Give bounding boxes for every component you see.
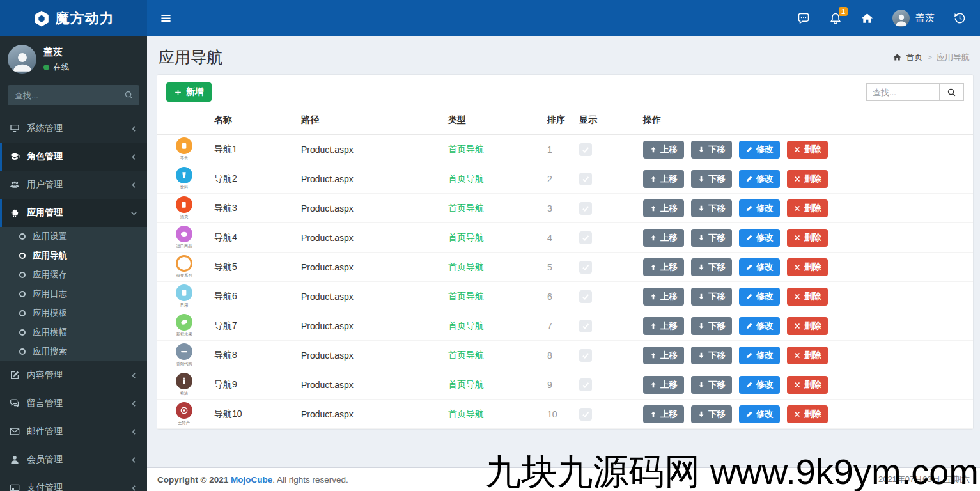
delete-button[interactable]: 删除	[787, 258, 828, 276]
delete-button[interactable]: 删除	[787, 199, 828, 217]
visible-checkbox[interactable]	[579, 320, 592, 332]
move-down-button[interactable]: 下移	[691, 288, 732, 306]
move-down-button[interactable]: 下移	[691, 141, 732, 159]
sidebar-item-mail[interactable]: 邮件管理	[0, 417, 147, 446]
move-down-button[interactable]: 下移	[691, 258, 732, 276]
edit-button[interactable]: 修改	[739, 199, 780, 217]
move-down-button[interactable]: 下移	[691, 317, 732, 335]
messages-button[interactable]	[797, 12, 810, 25]
sidebar-item-content[interactable]: 内容管理	[0, 361, 147, 389]
edit-button[interactable]: 修改	[739, 347, 780, 364]
edit-button[interactable]: 修改	[739, 288, 780, 306]
move-up-button[interactable]: 上移	[643, 141, 684, 159]
search-icon[interactable]	[124, 90, 134, 100]
move-up-button[interactable]: 上移	[643, 199, 684, 217]
move-up-button[interactable]: 上移	[643, 317, 684, 335]
search-icon	[947, 88, 956, 97]
move-up-button[interactable]: 上移	[643, 229, 684, 247]
move-up-button[interactable]: 上移	[643, 258, 684, 276]
move-up-button[interactable]: 上移	[643, 376, 684, 394]
add-button[interactable]: 新增	[166, 82, 212, 102]
history-button[interactable]	[954, 12, 966, 24]
visible-checkbox[interactable]	[579, 173, 592, 185]
visible-checkbox[interactable]	[579, 290, 592, 303]
table-search-input[interactable]	[866, 83, 940, 101]
move-up-button[interactable]: 上移	[643, 170, 684, 188]
sidebar-subitem-app-banner[interactable]: 应用横幅	[0, 323, 147, 342]
visible-checkbox[interactable]	[579, 349, 592, 362]
move-up-button[interactable]: 上移	[643, 405, 684, 423]
sidebar-subitem-app-search[interactable]: 应用搜索	[0, 342, 147, 361]
sidebar-item-role[interactable]: 角色管理	[0, 143, 147, 171]
nav-type-link[interactable]: 首页导航	[448, 144, 484, 154]
visible-checkbox[interactable]	[579, 261, 592, 274]
visible-checkbox[interactable]	[579, 378, 592, 391]
move-down-button[interactable]: 下移	[691, 405, 732, 423]
edit-button[interactable]: 修改	[739, 376, 780, 394]
breadcrumb-home[interactable]: 首页	[906, 52, 922, 63]
sidebar-search-input[interactable]	[8, 85, 139, 105]
delete-button[interactable]: 删除	[787, 347, 828, 364]
envelope-icon	[10, 426, 20, 437]
home-button[interactable]	[861, 12, 873, 24]
sidebar-subitem-app-template[interactable]: 应用模板	[0, 304, 147, 323]
move-down-button[interactable]: 下移	[691, 229, 732, 247]
move-down-button[interactable]: 下移	[691, 170, 732, 188]
nav-type-link[interactable]: 首页导航	[448, 291, 484, 301]
sidebar-subitem-app-nav[interactable]: 应用导航	[0, 246, 147, 265]
visible-checkbox[interactable]	[579, 408, 592, 421]
sidebar-item-member[interactable]: 会员管理	[0, 446, 147, 474]
delete-button[interactable]: 删除	[787, 405, 828, 423]
delete-button[interactable]: 删除	[787, 376, 828, 394]
sidebar-subitem-app-log[interactable]: 应用日志	[0, 284, 147, 304]
sidebar-subitem-app-cache[interactable]: 应用缓存	[0, 265, 147, 284]
visible-checkbox[interactable]	[579, 231, 592, 244]
move-up-button[interactable]: 上移	[643, 347, 684, 364]
footer-brand-link[interactable]: MojoCube	[231, 475, 272, 485]
sidebar-item-app[interactable]: 应用管理	[0, 199, 147, 227]
sidebar-toggle-button[interactable]	[147, 0, 185, 36]
sidebar-item-user[interactable]: 用户管理	[0, 171, 147, 199]
sidebar-subitem-app-settings[interactable]: 应用设置	[0, 227, 147, 246]
move-down-button[interactable]: 下移	[691, 376, 732, 394]
edit-button[interactable]: 修改	[739, 317, 780, 335]
nav-type-link[interactable]: 首页导航	[448, 350, 484, 360]
delete-button[interactable]: 删除	[787, 317, 828, 335]
table-search-button[interactable]	[940, 83, 964, 101]
sidebar-item-payment[interactable]: 支付管理	[0, 474, 147, 491]
edit-button[interactable]: 修改	[739, 258, 780, 276]
user-menu[interactable]: 盖茨	[892, 10, 935, 27]
nav-type-link[interactable]: 首页导航	[448, 261, 484, 272]
comments-icon	[10, 398, 20, 409]
delete-button[interactable]: 删除	[787, 170, 828, 188]
sidebar-item-message[interactable]: 留言管理	[0, 389, 147, 417]
chevron-icon	[130, 153, 138, 161]
avatar	[8, 45, 36, 74]
notifications-button[interactable]: 1	[829, 12, 842, 25]
sidebar-item-system[interactable]: 系统管理	[0, 114, 147, 143]
delete-button[interactable]: 删除	[787, 229, 828, 247]
visible-checkbox[interactable]	[579, 202, 592, 215]
nav-name-cell: 导航10	[206, 400, 293, 429]
edit-button[interactable]: 修改	[739, 170, 780, 188]
nav-type-link[interactable]: 首页导航	[448, 409, 484, 419]
nav-type-link[interactable]: 首页导航	[448, 203, 484, 213]
move-up-button[interactable]: 上移	[643, 288, 684, 306]
circle-icon	[19, 310, 26, 316]
nav-type-link[interactable]: 首页导航	[448, 173, 484, 183]
nav-type-link[interactable]: 首页导航	[448, 379, 484, 389]
visible-checkbox[interactable]	[579, 143, 592, 156]
edit-button[interactable]: 修改	[739, 405, 780, 423]
move-down-button[interactable]: 下移	[691, 199, 732, 217]
delete-x-icon	[793, 352, 801, 359]
nav-type-link[interactable]: 首页导航	[448, 320, 484, 331]
nav-type-link[interactable]: 首页导航	[448, 232, 484, 242]
edit-button[interactable]: 修改	[739, 141, 780, 159]
brand-logo[interactable]: 魔方动力	[0, 0, 147, 36]
delete-button[interactable]: 删除	[787, 288, 828, 306]
move-down-button[interactable]: 下移	[691, 347, 732, 364]
check-icon	[581, 351, 590, 360]
delete-button[interactable]: 删除	[787, 141, 828, 159]
edit-button[interactable]: 修改	[739, 229, 780, 247]
product-icon: 日用	[168, 284, 200, 308]
